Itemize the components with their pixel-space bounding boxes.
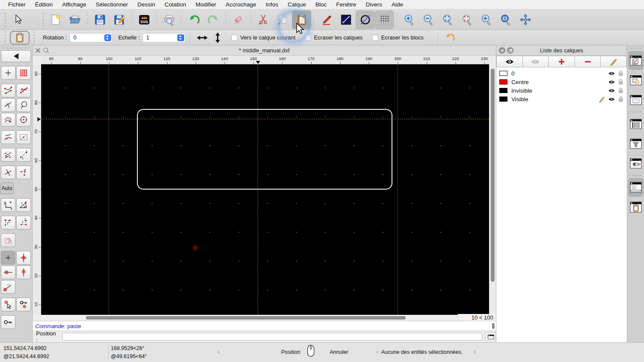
- scale-combobox[interactable]: 1: [143, 33, 185, 42]
- menu-item-13[interactable]: Aide: [387, 1, 408, 8]
- snap-tangent-button[interactable]: [1, 98, 15, 112]
- filter-widget-button[interactable]: [628, 134, 644, 153]
- drawing-canvas[interactable]: [41, 64, 489, 315]
- palette-back-button[interactable]: [1, 50, 31, 62]
- layer-lock-icon[interactable]: [618, 96, 623, 102]
- menu-item-1[interactable]: Édition: [30, 1, 58, 8]
- zoom-previous-button[interactable]: [477, 10, 496, 29]
- flip-vertical-button[interactable]: [210, 31, 225, 44]
- grid-toggle-button[interactable]: [375, 10, 394, 29]
- coordinate-cartesian-button[interactable]: yx: [1, 198, 15, 212]
- restrict-directions-button[interactable]: [1, 148, 15, 162]
- layer-visible-eye-icon[interactable]: [608, 88, 615, 93]
- snap-center-button[interactable]: [16, 113, 31, 127]
- snap-restrict-ortho-button[interactable]: [16, 130, 31, 144]
- paste-tool-indicator[interactable]: [10, 31, 30, 45]
- vertical-scrollbar[interactable]: [489, 64, 496, 315]
- snap-on-entity-button[interactable]: [16, 84, 31, 97]
- strip-drag-handle[interactable]: [630, 47, 641, 49]
- menu-item-8[interactable]: Infos: [261, 1, 283, 8]
- stepper-icon[interactable]: [177, 34, 184, 41]
- command-widget-button[interactable]: [628, 178, 644, 197]
- zero-marker-horizontal-button[interactable]: [1, 265, 15, 279]
- new-document-button[interactable]: [46, 10, 65, 29]
- show-all-layers-button[interactable]: [496, 56, 523, 67]
- menu-item-12[interactable]: Divers: [361, 1, 387, 8]
- zoom-pan-button[interactable]: [516, 10, 535, 29]
- snap-intersection-button[interactable]: [1, 166, 15, 179]
- selection-loop-button[interactable]: [1, 233, 15, 247]
- horizontal-scrollbar[interactable]: [33, 315, 458, 321]
- hide-all-layers-button[interactable]: [523, 56, 549, 67]
- menu-item-4[interactable]: Dessin: [133, 1, 160, 8]
- paste-button[interactable]: [292, 10, 311, 29]
- pick-reference-point-button[interactable]: [1, 298, 15, 311]
- zero-marker-circle-button[interactable]: [16, 251, 31, 265]
- entity-list-widget-button[interactable]: [628, 115, 644, 133]
- vertical-scrollbar-thumb[interactable]: [491, 69, 495, 282]
- keyboard-toggle-button[interactable]: [486, 332, 496, 341]
- layer-visible-eye-icon[interactable]: [608, 80, 615, 84]
- position-input[interactable]: [62, 333, 482, 341]
- layer-row-0[interactable]: 0: [496, 69, 627, 78]
- menu-item-10[interactable]: Bloc: [311, 1, 331, 8]
- layer-row-Centre[interactable]: Centre: [496, 78, 627, 86]
- snap-relative-button[interactable]: 12: [16, 148, 31, 162]
- lock-relative-zero-button[interactable]: [16, 298, 31, 311]
- checkbox-box[interactable]: [305, 35, 311, 41]
- copy-button[interactable]: [273, 10, 292, 29]
- menu-item-2[interactable]: Affichage: [58, 1, 91, 8]
- menu-item-6[interactable]: Modifier: [191, 1, 221, 8]
- cut-button[interactable]: [253, 10, 273, 29]
- layer-visible-eye-icon[interactable]: [608, 97, 615, 102]
- clipboard-widget-button[interactable]: [628, 198, 644, 217]
- snap-middle-button[interactable]: [1, 113, 15, 127]
- snap-intersection-manual-button[interactable]: [16, 166, 31, 179]
- document-titlebar[interactable]: * middle_manual.dxf: [33, 45, 496, 56]
- save-button[interactable]: [90, 10, 109, 29]
- menu-item-3[interactable]: Sélectionner: [91, 1, 133, 8]
- zoom-selected-button[interactable]: [458, 10, 477, 29]
- menu-item-9[interactable]: Calque: [283, 1, 311, 8]
- eraser-button[interactable]: [228, 10, 248, 29]
- horizontal-scrollbar-thumb[interactable]: [86, 316, 406, 320]
- toolbar-drag-handle[interactable]: [4, 30, 7, 45]
- snap-free-button[interactable]: [1, 66, 15, 80]
- snap-distance-button[interactable]: [1, 130, 15, 144]
- layer-list-widget-button[interactable]: [628, 51, 644, 70]
- command-scrollbar-thumb[interactable]: [492, 323, 495, 329]
- checkbox-2[interactable]: Ecraser les blocs: [372, 34, 424, 41]
- checkbox-box[interactable]: [372, 35, 378, 41]
- remove-layer-button[interactable]: [575, 56, 601, 67]
- snap-grid-button[interactable]: [16, 66, 31, 80]
- print-preview-button[interactable]: [159, 10, 179, 29]
- stepper-icon[interactable]: [104, 34, 111, 41]
- layer-visible-eye-icon[interactable]: [608, 71, 615, 76]
- menu-item-11[interactable]: Fenêtre: [331, 1, 361, 8]
- zero-marker-plain-button[interactable]: [1, 251, 15, 265]
- menu-item-5[interactable]: Cotation: [160, 1, 191, 8]
- block-list-widget-button[interactable]: [628, 71, 644, 90]
- pen-palette-widget-button[interactable]: [628, 154, 644, 173]
- add-layer-button[interactable]: [549, 56, 575, 67]
- lock-zero-button[interactable]: [1, 315, 15, 329]
- toolbar-drag-handle[interactable]: [4, 12, 7, 27]
- layer-row-Invisible[interactable]: Invisible: [496, 86, 627, 95]
- relative-point-2-1-button[interactable]: 12: [16, 216, 31, 229]
- entity-reference-point[interactable]: [192, 245, 198, 251]
- rotation-combobox[interactable]: 0: [70, 33, 112, 42]
- snap-circle-button[interactable]: [16, 98, 31, 112]
- save-as-button[interactable]: [109, 10, 129, 29]
- library-browser-widget-button[interactable]: [628, 90, 644, 109]
- angle-gauge-button[interactable]: [1, 280, 15, 294]
- checkbox-box[interactable]: [231, 35, 237, 41]
- line-tool-button[interactable]: [336, 10, 355, 29]
- checkbox-0[interactable]: Vers le calque courant: [231, 34, 296, 41]
- undo-button[interactable]: [184, 10, 204, 29]
- coordinate-polar-button[interactable]: ra: [16, 198, 31, 212]
- zoom-auto-button[interactable]: [438, 10, 458, 29]
- svg-export-button[interactable]: SVG: [134, 10, 154, 29]
- snap-auto-button[interactable]: Auto: [0, 182, 14, 194]
- palette-drag-handle[interactable]: [3, 47, 30, 49]
- edit-layer-button[interactable]: [601, 56, 627, 67]
